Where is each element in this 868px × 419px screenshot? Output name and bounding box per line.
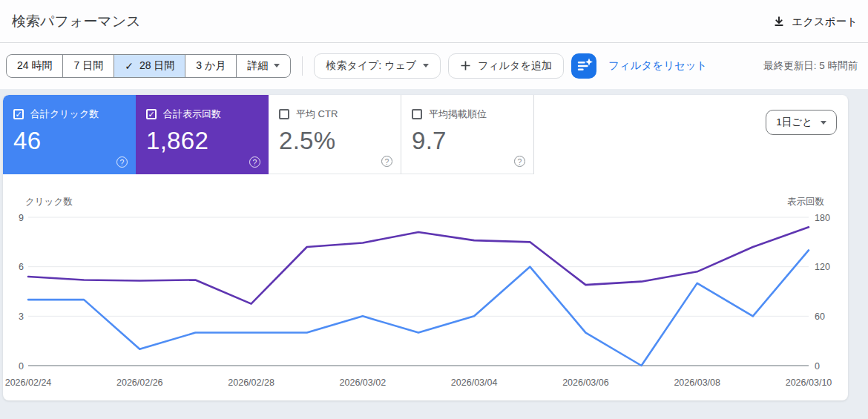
metric-label: 合計クリック数	[30, 108, 99, 121]
svg-text:0: 0	[815, 361, 820, 372]
svg-text:6: 6	[19, 262, 24, 272]
checkbox-checked[interactable]: ✓	[13, 109, 24, 119]
metric-card-average-position[interactable]: 平均掲載順位 9.7 ?	[401, 95, 534, 174]
range-28d-button[interactable]: ✓ 28 日間	[114, 55, 185, 77]
metric-card-average-ctr[interactable]: 平均 CTR 2.5% ?	[269, 95, 401, 174]
page-title: 検索パフォーマンス	[12, 12, 141, 31]
range-7d-button[interactable]: 7 日間	[63, 55, 114, 77]
metric-value: 9.7	[412, 127, 533, 155]
svg-text:2026/02/26: 2026/02/26	[116, 377, 163, 388]
range-detail-button[interactable]: 詳細	[237, 55, 290, 77]
metric-card-total-impressions[interactable]: ✓ 合計表示回数 1,862 ?	[136, 95, 269, 174]
range-24h-button[interactable]: 24 時間	[7, 55, 63, 77]
export-label: エクスポート	[792, 14, 858, 28]
metric-label: 合計表示回数	[163, 108, 221, 121]
svg-text:2026/03/02: 2026/03/02	[340, 377, 387, 388]
svg-text:120: 120	[815, 262, 830, 272]
chevron-down-icon	[274, 64, 280, 67]
svg-text:60: 60	[815, 311, 825, 322]
plus-icon	[460, 60, 471, 71]
date-range-control: 24 時間 7 日間 ✓ 28 日間 3 か月 詳細	[6, 54, 291, 78]
metric-label: 平均掲載順位	[429, 108, 487, 121]
svg-text:0: 0	[19, 361, 24, 372]
chevron-down-icon	[423, 64, 429, 67]
metric-label: 平均 CTR	[296, 108, 338, 121]
svg-text:表示回数: 表示回数	[787, 197, 825, 207]
performance-card: ✓ 合計クリック数 46 ? ✓ 合計表示回数 1,862 ? 平均 CTR 2…	[3, 95, 848, 400]
svg-text:2026/03/10: 2026/03/10	[786, 377, 832, 388]
smart-filter-button[interactable]	[571, 53, 596, 79]
metric-value: 1,862	[146, 127, 269, 155]
svg-text:9: 9	[19, 213, 24, 223]
svg-text:2026/02/24: 2026/02/24	[5, 377, 52, 388]
export-button[interactable]: エクスポート	[773, 14, 858, 28]
svg-text:2026/03/06: 2026/03/06	[562, 377, 609, 388]
metrics-row: ✓ 合計クリック数 46 ? ✓ 合計表示回数 1,862 ? 平均 CTR 2…	[3, 95, 534, 174]
filter-sparkle-icon	[571, 53, 596, 79]
metric-value: 2.5%	[279, 127, 401, 155]
last-updated-text: 最終更新日: 5 時間前	[763, 59, 858, 73]
svg-text:180: 180	[815, 213, 830, 223]
add-filter-button[interactable]: フィルタを追加	[448, 53, 564, 79]
svg-text:2026/02/28: 2026/02/28	[228, 377, 274, 388]
checkbox-unchecked[interactable]	[412, 109, 422, 119]
checkbox-unchecked[interactable]	[279, 109, 289, 119]
svg-text:2026/03/04: 2026/03/04	[451, 377, 498, 388]
download-icon	[773, 16, 785, 27]
chevron-down-icon	[821, 121, 826, 125]
reset-filters-link[interactable]: フィルタをリセット	[608, 59, 708, 73]
search-type-filter-button[interactable]: 検索タイプ: ウェブ	[314, 53, 441, 79]
check-icon: ✓	[125, 60, 134, 72]
granularity-dropdown[interactable]: 1日ごと	[766, 110, 837, 135]
page-header: 検索パフォーマンス エクスポート 24 時間 7 日間 ✓ 28 日間 3 か月	[0, 0, 868, 89]
range-3mo-button[interactable]: 3 か月	[185, 55, 237, 77]
metric-value: 46	[13, 127, 136, 155]
svg-text:3: 3	[19, 311, 24, 322]
metric-card-total-clicks[interactable]: ✓ 合計クリック数 46 ?	[3, 95, 136, 174]
svg-text:クリック数: クリック数	[25, 197, 73, 207]
help-icon[interactable]: ?	[381, 156, 392, 167]
help-icon[interactable]: ?	[249, 156, 260, 168]
svg-text:2026/03/08: 2026/03/08	[674, 377, 720, 388]
title-bar: 検索パフォーマンス エクスポート	[0, 0, 868, 43]
help-icon[interactable]: ?	[514, 156, 525, 167]
filter-bar: 24 時間 7 日間 ✓ 28 日間 3 か月 詳細 検索タイプ: ウェブ	[0, 43, 868, 88]
divider	[302, 56, 303, 76]
checkbox-checked[interactable]: ✓	[146, 109, 157, 119]
help-icon[interactable]: ?	[116, 156, 128, 168]
